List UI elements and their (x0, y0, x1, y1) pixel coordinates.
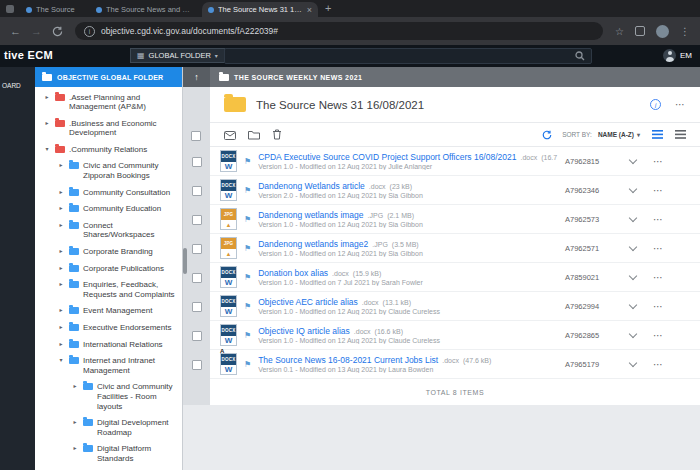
flag-icon[interactable]: ⚑ (244, 302, 251, 311)
chevron-down-icon[interactable] (629, 301, 637, 309)
expand-arrow-icon[interactable] (57, 248, 65, 255)
row-more-actions-icon[interactable]: ⋯ (653, 301, 664, 312)
row-more-actions-icon[interactable]: ⋯ (653, 330, 664, 341)
flag-icon[interactable]: ⚑ (244, 360, 251, 369)
expand-arrow-icon[interactable] (57, 281, 65, 288)
tree-item[interactable]: Internet and Intranet Management (35, 353, 182, 379)
file-name-link[interactable]: CPDA Executive Source COVID Project Supp… (258, 152, 516, 162)
sort-order-dropdown[interactable]: NAME (A-Z) ▾ (598, 131, 640, 138)
file-row[interactable]: DOCX W ⚑ Donation box alias .docx (15.9 … (210, 263, 700, 292)
chevron-down-icon[interactable] (629, 272, 637, 280)
tree-item[interactable]: .Asset Planning and Management (AP&M) (35, 89, 182, 115)
flag-icon[interactable]: ⚑ (244, 186, 251, 195)
row-checkbox[interactable] (192, 244, 202, 254)
search-input[interactable] (224, 48, 592, 64)
expand-arrow-icon[interactable] (43, 146, 51, 153)
row-more-actions-icon[interactable]: ⋯ (653, 359, 664, 370)
tree-item[interactable]: Digital Development Roadmap (35, 415, 182, 441)
expand-arrow-icon[interactable] (57, 222, 65, 229)
tree-item[interactable]: Corporate Publications (35, 260, 182, 277)
flag-icon[interactable]: ⚑ (244, 244, 251, 253)
row-more-actions-icon[interactable]: ⋯ (653, 214, 664, 225)
browser-menu-icon[interactable]: ⋮ (680, 26, 690, 37)
tree-item[interactable]: .Business and Economic Development (35, 115, 182, 141)
back-button[interactable]: ← (10, 25, 21, 37)
file-row[interactable]: DOCX W ⚑ Objective IQ article alias .doc… (210, 321, 700, 350)
row-checkbox[interactable] (192, 331, 202, 341)
url-bar[interactable]: i objective.cgd.vic.gov.au/documents/fA2… (75, 22, 603, 40)
tree-item[interactable]: International Relations (35, 336, 182, 353)
tree-item[interactable]: Executive Endorsements (35, 320, 182, 337)
tree-item[interactable]: Enquiries, Feedback, Requests and Compla… (35, 277, 182, 303)
delete-button[interactable] (272, 126, 282, 144)
file-row[interactable]: JPG ▲ ⚑ Dandenong wetlands image2 .JPG (… (210, 234, 700, 263)
browser-tab[interactable]: The Source News 31 16/08/2021 × (202, 2, 318, 17)
file-row[interactable]: DOCX W ⚑ Dandenong Wetlands article .doc… (210, 176, 700, 205)
row-more-actions-icon[interactable]: ⋯ (653, 272, 664, 283)
info-icon[interactable]: i (650, 99, 661, 110)
file-name-link[interactable]: Dandenong wetlands image (258, 210, 363, 220)
select-all-checkbox[interactable] (191, 131, 201, 141)
tab-close-icon[interactable]: × (307, 5, 312, 15)
flag-icon[interactable]: ⚑ (244, 157, 251, 166)
expand-arrow-icon[interactable] (57, 162, 65, 169)
tree-item[interactable]: Civic and Community Facilities - Room la… (35, 379, 182, 415)
tree-item[interactable]: Event Management (35, 303, 182, 320)
chevron-down-icon[interactable] (629, 214, 637, 222)
row-more-actions-icon[interactable]: ⋯ (653, 185, 664, 196)
breadcrumb-label[interactable]: THE SOURCE WEEKLY NEWS 2021 (234, 74, 362, 81)
row-checkbox[interactable] (192, 360, 202, 370)
file-row[interactable]: DOCX W ⚑ CPDA Executive Source COVID Pro… (210, 147, 700, 176)
extensions-icon[interactable] (635, 26, 645, 36)
file-name-link[interactable]: Donation box alias (258, 268, 328, 278)
user-menu[interactable]: EM (663, 49, 692, 62)
expand-arrow-icon[interactable] (57, 307, 65, 314)
row-more-actions-icon[interactable]: ⋯ (653, 243, 664, 254)
file-name-link[interactable]: Objective AEC article alias (258, 297, 358, 307)
expand-arrow-icon[interactable] (71, 445, 79, 452)
browser-tab[interactable]: The Source (20, 2, 90, 17)
expand-arrow-icon[interactable] (43, 120, 51, 127)
expand-arrow-icon[interactable] (57, 324, 65, 331)
chevron-down-icon[interactable] (629, 243, 637, 251)
file-name-link[interactable]: Dandenong Wetlands article (258, 181, 365, 191)
expand-arrow-icon[interactable] (57, 189, 65, 196)
expand-arrow-icon[interactable] (71, 419, 79, 426)
refresh-icon[interactable] (542, 126, 552, 144)
forward-button[interactable]: → (31, 25, 42, 37)
row-checkbox[interactable] (192, 157, 202, 167)
chevron-down-icon[interactable] (629, 330, 637, 338)
flag-icon[interactable]: ⚑ (244, 215, 251, 224)
file-name-link[interactable]: Objective IQ article alias (258, 326, 350, 336)
parent-folder-button[interactable]: ↑ (183, 67, 210, 87)
email-button[interactable] (224, 126, 236, 144)
row-checkbox[interactable] (192, 215, 202, 225)
tree-item[interactable]: Civic and Community Zipporah Bookings (35, 158, 182, 184)
expand-arrow-icon[interactable] (57, 357, 65, 364)
tree-item[interactable]: Connect Shares/Workspaces (35, 217, 182, 243)
row-checkbox[interactable] (192, 186, 202, 196)
file-name-link[interactable]: The Source News 16-08-2021 Current Jobs … (258, 355, 438, 365)
file-name-link[interactable]: Dandenong wetlands image2 (258, 239, 368, 249)
chevron-down-icon[interactable] (629, 156, 637, 164)
expand-arrow-icon[interactable] (57, 265, 65, 272)
bookmark-star-icon[interactable]: ☆ (615, 26, 624, 37)
row-checkbox[interactable] (192, 302, 202, 312)
nav-rail-dashboard-label[interactable]: OARD (0, 67, 35, 89)
file-row[interactable]: DOCX W ⚑ Objective AEC article alias .do… (210, 292, 700, 321)
list-view-icon[interactable] (652, 130, 663, 139)
chevron-down-icon[interactable] (629, 185, 637, 193)
expand-arrow-icon[interactable] (71, 383, 79, 390)
reload-button[interactable] (52, 26, 63, 37)
tree-item[interactable]: Digital Platform Standards (35, 441, 182, 467)
more-actions-icon[interactable]: ⋯ (675, 99, 686, 110)
new-tab-button[interactable]: + (325, 2, 331, 14)
file-row[interactable]: JPG ▲ ⚑ Dandenong wetlands image .JPG (2… (210, 205, 700, 234)
tree-item[interactable]: .Community Relations (35, 141, 182, 158)
file-row[interactable]: A DOCX W ⚑ The Source News 16-08-2021 Cu… (210, 350, 700, 379)
browser-profile-avatar[interactable] (656, 25, 669, 38)
expand-arrow-icon[interactable] (57, 205, 65, 212)
flag-icon[interactable]: ⚑ (244, 331, 251, 340)
flag-icon[interactable]: ⚑ (244, 273, 251, 282)
tree-item[interactable]: Corporate Branding (35, 244, 182, 261)
